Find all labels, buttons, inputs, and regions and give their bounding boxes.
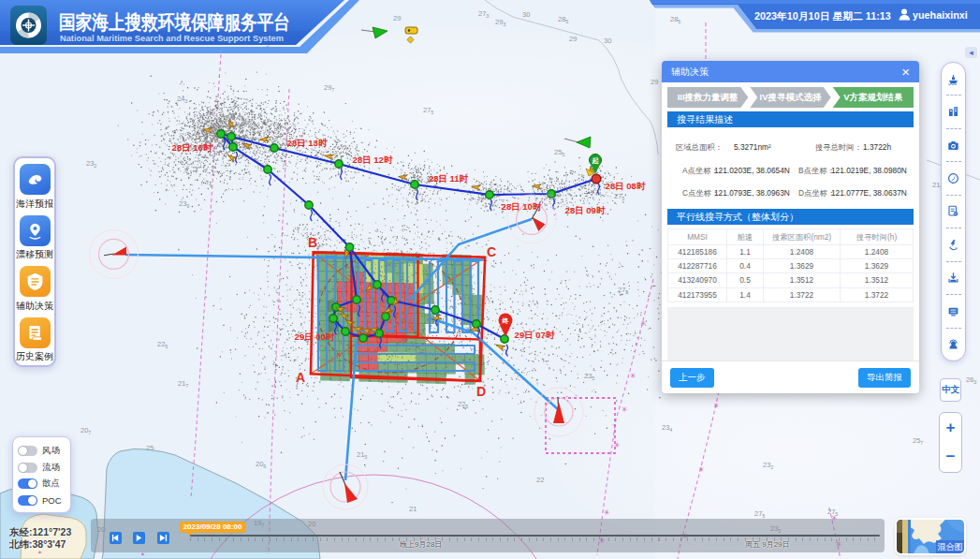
svg-text:✳: ✳ — [713, 402, 720, 410]
svg-text:✳: ✳ — [630, 372, 636, 380]
svg-text:yuehaixinxi: yuehaixinxi — [913, 9, 968, 21]
svg-text:D: D — [476, 384, 486, 399]
svg-text:C: C — [487, 244, 496, 259]
svg-text:✳: ✳ — [698, 465, 705, 474]
svg-text:国家海上搜救环境保障服务平台: 国家海上搜救环境保障服务平台 — [59, 11, 290, 33]
svg-text:✳: ✳ — [640, 319, 647, 328]
svg-text:28日 09时: 28日 09时 — [565, 205, 606, 215]
svg-text:28日 08时: 28日 08时 — [606, 181, 646, 191]
svg-text:28日 16时: 28日 16时 — [172, 142, 212, 153]
svg-text:终: 终 — [502, 317, 510, 324]
svg-text:✳: ✳ — [614, 441, 621, 449]
svg-text:22: 22 — [536, 476, 544, 484]
svg-text:起: 起 — [592, 157, 600, 165]
svg-text:21: 21 — [409, 505, 417, 513]
svg-text:National Maritime Search and R: National Maritime Search and Rescue Supp… — [60, 34, 284, 43]
svg-text:25: 25 — [146, 444, 154, 452]
svg-text:29日 07时: 29日 07时 — [515, 330, 555, 340]
svg-text:29: 29 — [569, 35, 577, 43]
svg-text:✳: ✳ — [604, 508, 610, 517]
svg-text:30: 30 — [522, 10, 530, 19]
svg-text:29日 00时: 29日 00时 — [295, 331, 335, 342]
svg-text:A: A — [296, 370, 305, 385]
svg-text:29: 29 — [651, 78, 658, 86]
svg-text:28日 10时: 28日 10时 — [502, 201, 542, 212]
svg-text:29: 29 — [393, 14, 401, 22]
svg-text:B: B — [308, 235, 317, 250]
svg-text:混合图: 混合图 — [938, 542, 963, 552]
svg-text:30: 30 — [604, 37, 611, 45]
svg-text:2023年10月10日 星期二 11:13: 2023年10月10日 星期二 11:13 — [754, 10, 891, 22]
svg-text:28日 13时: 28日 13时 — [287, 138, 328, 148]
svg-text:28日 11时: 28日 11时 — [429, 173, 469, 184]
svg-text:28日 12时: 28日 12时 — [353, 154, 393, 165]
svg-text:✳: ✳ — [622, 405, 628, 414]
